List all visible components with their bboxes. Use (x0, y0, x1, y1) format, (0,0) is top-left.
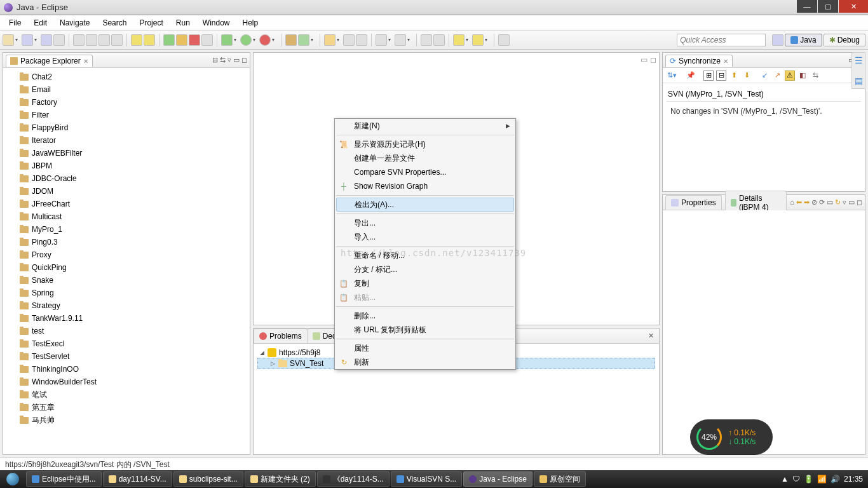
project-item[interactable]: TankWar1.9.11 (3, 312, 250, 325)
tab-properties[interactable]: Properties (665, 195, 722, 210)
up-button[interactable]: ⬆ (729, 71, 739, 81)
ext-tools-button[interactable] (259, 34, 271, 46)
collapse-all-button[interactable]: ⊟ (212, 56, 218, 64)
nav-button[interactable] (433, 34, 445, 46)
debug-stop-button[interactable] (189, 34, 200, 46)
task-item[interactable]: Java - Eclipse (463, 471, 532, 487)
view-menu-button[interactable]: ▿ (227, 56, 231, 64)
project-item[interactable]: Email (3, 83, 250, 96)
cm-revision-graph[interactable]: ┼ Show Revision Graph (335, 179, 515, 193)
incoming-button[interactable]: ⊞ (703, 71, 714, 81)
debug-resume-button[interactable] (163, 34, 175, 46)
menu-navigate[interactable]: Navigate (53, 15, 96, 30)
project-item[interactable]: TestExecl (3, 337, 250, 350)
search-button[interactable] (343, 34, 355, 46)
menu-help[interactable]: Help (236, 15, 265, 30)
tray-icon[interactable]: 📶 (817, 475, 827, 484)
menu-search[interactable]: Search (96, 15, 133, 30)
down-button[interactable]: ⬇ (742, 71, 752, 81)
project-item[interactable]: 马兵帅 (3, 414, 250, 426)
collapse-icon[interactable]: ◢ (259, 349, 265, 356)
tool-button[interactable] (356, 34, 367, 46)
menu-run[interactable]: Run (170, 15, 196, 30)
project-item[interactable]: Ping0.3 (3, 236, 250, 248)
nav-button[interactable] (421, 34, 432, 46)
cm-properties[interactable]: 属性 (335, 341, 515, 355)
project-item[interactable]: Chat2 (3, 71, 250, 83)
menu-window[interactable]: Window (196, 15, 236, 30)
minimize-button[interactable]: ▭ (641, 55, 648, 64)
forward-button[interactable]: ➡ (804, 198, 810, 207)
view-tab[interactable]: ⟳ Synchronize ✕ (665, 55, 733, 67)
cm-copy-url[interactable]: 将 URL 复制到剪贴板 (335, 323, 515, 337)
stop-button[interactable]: ⊘ (811, 198, 817, 207)
cm-show-history[interactable]: 📜 显示资源历史记录(H) (335, 137, 515, 151)
tray-icon[interactable]: 🔊 (831, 475, 840, 484)
project-item[interactable]: Factory (3, 96, 250, 109)
tool-button[interactable]: ▭ (827, 198, 833, 207)
menu-edit[interactable]: Edit (27, 15, 53, 30)
conflict-button[interactable]: ⚠ (785, 71, 795, 81)
tray-icon[interactable]: 🔋 (804, 475, 813, 484)
project-item[interactable]: JBPM (3, 159, 250, 172)
project-item[interactable]: WindowBuilderTest (3, 376, 250, 388)
maximize-button[interactable]: ◻ (650, 55, 656, 64)
maximize-button[interactable]: ◻ (857, 198, 862, 207)
annotation-button[interactable] (395, 34, 406, 46)
outgoing-button[interactable]: ⊟ (716, 71, 726, 81)
new-package-button[interactable] (285, 34, 297, 46)
close-icon[interactable]: ✕ (648, 332, 654, 340)
project-item[interactable]: Filter (3, 109, 250, 121)
task-item[interactable]: 原创空间 (534, 471, 586, 487)
project-item[interactable]: JDBC-Oracle (3, 172, 250, 185)
cm-delete[interactable]: 删除... (335, 309, 515, 323)
minimize-view-button[interactable]: ▭ (233, 56, 240, 64)
fwd-history-button[interactable] (472, 34, 484, 46)
forward-button[interactable] (144, 34, 155, 46)
project-item[interactable]: JavaWEBFilter (3, 147, 250, 159)
new-class-button[interactable] (298, 34, 309, 46)
tray-icon[interactable]: ▲ (781, 475, 789, 484)
back-button[interactable]: ⬅ (796, 198, 802, 207)
task-item[interactable]: day1114-SV... (103, 471, 172, 487)
redo-button[interactable] (86, 34, 97, 46)
task-item[interactable]: subclipse-sit... (173, 471, 243, 487)
clock[interactable]: 21:35 (844, 475, 863, 484)
menu-button[interactable]: ▿ (843, 198, 846, 207)
project-item[interactable]: Spring (3, 287, 250, 299)
outline-icon[interactable]: ☰ (855, 55, 863, 65)
run-button[interactable] (240, 34, 252, 46)
project-item[interactable]: ThinkingInOO (3, 363, 250, 376)
tool-button[interactable] (98, 34, 110, 46)
close-button[interactable]: ✕ (839, 0, 868, 13)
project-item[interactable]: Multicast (3, 210, 250, 223)
project-item[interactable]: Strategy (3, 299, 250, 312)
project-item[interactable]: TestServlet (3, 350, 250, 363)
menu-project[interactable]: Project (133, 15, 169, 30)
project-item[interactable]: Snake (3, 274, 250, 287)
cm-refresh[interactable]: ↻ 刷新 (335, 355, 515, 369)
task-item[interactable]: 《day1114-S... (317, 471, 390, 487)
back-history-button[interactable] (453, 34, 465, 46)
tray-icon[interactable]: 🛡 (792, 475, 800, 484)
cm-new[interactable]: 新建(N) ▶ (335, 119, 515, 133)
cm-diff[interactable]: 创建单一差异文件 (335, 151, 515, 165)
task-item[interactable]: 新建文件夹 (2) (245, 471, 316, 487)
cm-rename[interactable]: 重命名 / 移动... (335, 248, 515, 262)
project-item[interactable]: FlappyBird (3, 121, 250, 134)
debug-pause-button[interactable] (176, 34, 187, 46)
close-icon[interactable]: ✕ (83, 58, 88, 65)
refresh-button[interactable]: ⟳ (819, 198, 825, 207)
tool-button[interactable] (111, 34, 123, 46)
sync-mode-button[interactable]: ⇅▾ (667, 71, 677, 81)
save-button[interactable] (22, 34, 33, 46)
annotation-button[interactable] (376, 34, 387, 46)
cm-import[interactable]: 导入... (335, 230, 515, 244)
update-button[interactable]: ↙ (759, 71, 770, 81)
mode-button[interactable]: ◧ (797, 71, 808, 81)
refresh-button[interactable]: ⇆ (810, 71, 820, 81)
cm-branch[interactable]: 分支 / 标记... (335, 262, 515, 276)
close-icon[interactable]: ✕ (723, 58, 728, 65)
cm-copy[interactable]: 📋 复制 (335, 276, 515, 290)
project-item[interactable]: JDOM (3, 185, 250, 198)
